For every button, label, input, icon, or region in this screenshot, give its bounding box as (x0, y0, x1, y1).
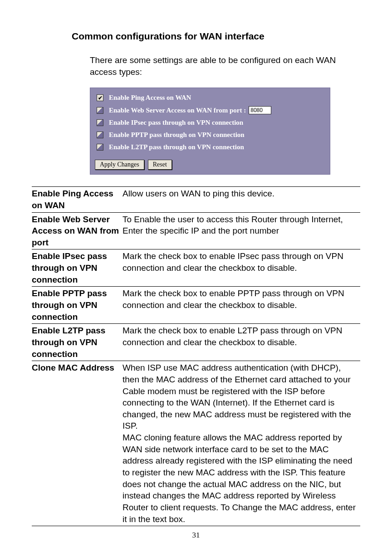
settings-panel: Enable Ping Access on WAN Enable Web Ser… (90, 88, 330, 175)
table-row: Enable IPsec pass through on VPN connect… (32, 249, 360, 287)
setting-row-pptp: Enable PPTP pass through on VPN connecti… (95, 129, 325, 141)
page-content: Common configurations for WAN interface … (0, 0, 392, 526)
setting-row-ping: Enable Ping Access on WAN (95, 92, 325, 104)
definition-desc: When ISP use MAC address authentication … (122, 361, 360, 526)
table-row: Enable L2TP pass through on VPN connecti… (32, 324, 360, 361)
table-row: Clone MAC Address When ISP use MAC addre… (32, 361, 360, 526)
checkbox-pptp-icon[interactable] (97, 132, 103, 138)
checkbox-l2tp-icon[interactable] (97, 144, 103, 151)
page-number: 31 (0, 531, 392, 540)
definition-desc-paragraph: When ISP use MAC address authentication … (122, 362, 358, 432)
setting-label: Enable Web Server Access on WAN from por… (109, 107, 246, 114)
setting-label: Enable IPsec pass through on VPN connect… (109, 119, 243, 127)
setting-row-webserver: Enable Web Server Access on WAN from por… (95, 104, 325, 117)
intro-paragraph: There are some settings are able to be c… (90, 54, 356, 78)
panel-button-row: Apply Changes Reset (95, 160, 325, 170)
definition-term: Clone MAC Address (32, 361, 122, 526)
definitions-table: Enable Ping Access on WAN Allow users on… (32, 186, 360, 526)
definition-term: Enable Web Server Access on WAN from por… (32, 212, 122, 249)
port-input[interactable] (249, 106, 271, 114)
setting-label: Enable Ping Access on WAN (109, 94, 191, 102)
setting-label: Enable PPTP pass through on VPN connecti… (109, 131, 245, 139)
definition-desc: To Enable the user to access this Router… (122, 212, 360, 249)
definition-term: Enable IPsec pass through on VPN connect… (32, 249, 122, 287)
setting-label: Enable L2TP pass through on VPN connecti… (109, 143, 244, 151)
definition-desc: Mark the check box to enable IPsec pass … (122, 249, 360, 287)
section-heading: Common configurations for WAN interface (72, 31, 360, 42)
checkbox-ping-icon[interactable] (97, 94, 103, 101)
reset-button[interactable]: Reset (148, 160, 172, 170)
definition-desc: Mark the check box to enable PPTP pass t… (122, 287, 360, 324)
definition-desc: Mark the check box to enable L2TP pass t… (122, 324, 360, 361)
table-row: Enable PPTP pass through on VPN connecti… (32, 287, 360, 324)
setting-row-l2tp: Enable L2TP pass through on VPN connecti… (95, 141, 325, 153)
table-row: Enable Ping Access on WAN Allow users on… (32, 187, 360, 212)
table-row: Enable Web Server Access on WAN from por… (32, 212, 360, 249)
definition-term: Enable L2TP pass through on VPN connecti… (32, 324, 122, 361)
apply-changes-button[interactable]: Apply Changes (95, 160, 144, 170)
setting-row-ipsec: Enable IPsec pass through on VPN connect… (95, 117, 325, 129)
settings-panel-wrap: Enable Ping Access on WAN Enable Web Ser… (90, 88, 360, 175)
definition-term: Enable Ping Access on WAN (32, 187, 122, 212)
definition-desc-paragraph: MAC cloning feature allows the MAC addre… (122, 432, 358, 525)
definition-term: Enable PPTP pass through on VPN connecti… (32, 287, 122, 324)
definition-desc: Allow users on WAN to ping this device. (122, 187, 360, 212)
checkbox-webserver-icon[interactable] (97, 107, 103, 114)
checkbox-ipsec-icon[interactable] (97, 119, 103, 126)
